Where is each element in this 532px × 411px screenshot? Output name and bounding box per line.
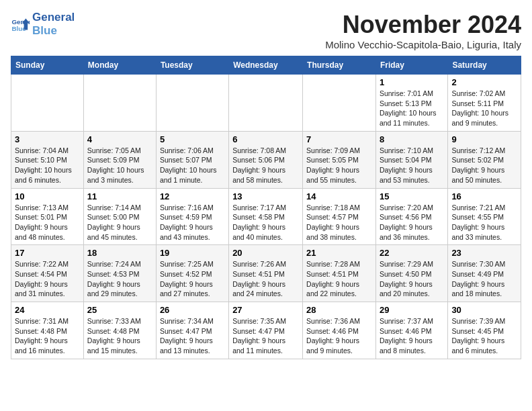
month-year-title: November 2024 [325,11,521,39]
day-number: 4 [87,134,152,144]
day-number: 1 [380,77,444,87]
calendar-cell: 18Sunrise: 7:24 AMSunset: 4:53 PMDayligh… [83,245,156,302]
generalblue-logo-icon: General Blue [11,15,30,34]
day-info: Sunrise: 7:12 AMSunset: 5:02 PMDaylight:… [451,146,517,185]
day-info: Sunrise: 7:16 AMSunset: 4:59 PMDaylight:… [160,203,225,242]
day-number: 7 [306,134,372,144]
calendar-cell: 17Sunrise: 7:22 AMSunset: 4:54 PMDayligh… [11,245,84,302]
day-number: 3 [15,134,80,144]
calendar-cell: 15Sunrise: 7:20 AMSunset: 4:56 PMDayligh… [375,188,447,245]
day-number: 5 [160,134,225,144]
day-info: Sunrise: 7:17 AMSunset: 4:58 PMDaylight:… [232,203,299,242]
day-number: 11 [87,191,152,201]
day-number: 24 [15,305,80,315]
weekday-header-row: Sunday Monday Tuesday Wednesday Thursday… [11,56,521,75]
header-tuesday: Tuesday [156,56,228,75]
logo-blue: Blue [32,24,57,37]
calendar-cell: 13Sunrise: 7:17 AMSunset: 4:58 PMDayligh… [229,188,303,245]
day-info: Sunrise: 7:30 AMSunset: 4:49 PMDaylight:… [451,259,517,299]
calendar-cell [229,75,303,132]
top-row: General Blue General Blue November 2024 … [11,11,521,52]
calendar-week-row: 10Sunrise: 7:13 AMSunset: 5:01 PMDayligh… [11,188,521,245]
calendar-cell: 20Sunrise: 7:26 AMSunset: 4:51 PMDayligh… [229,245,303,302]
day-info: Sunrise: 7:22 AMSunset: 4:54 PMDaylight:… [15,259,80,299]
calendar-week-row: 3Sunrise: 7:04 AMSunset: 5:10 PMDaylight… [11,131,521,188]
day-info: Sunrise: 7:18 AMSunset: 4:57 PMDaylight:… [306,203,372,242]
day-number: 10 [15,191,80,201]
calendar-cell: 24Sunrise: 7:31 AMSunset: 4:48 PMDayligh… [11,302,84,359]
calendar-cell: 2Sunrise: 7:02 AMSunset: 5:11 PMDaylight… [448,75,521,132]
day-number: 2 [451,77,517,87]
day-number: 25 [87,305,152,315]
day-number: 9 [451,134,517,144]
day-number: 22 [380,248,444,258]
calendar-cell: 21Sunrise: 7:28 AMSunset: 4:51 PMDayligh… [303,245,376,302]
day-info: Sunrise: 7:14 AMSunset: 5:00 PMDaylight:… [87,203,152,242]
calendar-table: Sunday Monday Tuesday Wednesday Thursday… [11,56,521,359]
calendar-cell [11,75,84,132]
calendar-cell: 8Sunrise: 7:10 AMSunset: 5:04 PMDaylight… [375,131,447,188]
calendar-cell: 22Sunrise: 7:29 AMSunset: 4:50 PMDayligh… [375,245,447,302]
day-number: 12 [160,191,225,201]
calendar-week-row: 17Sunrise: 7:22 AMSunset: 4:54 PMDayligh… [11,245,521,302]
day-info: Sunrise: 7:24 AMSunset: 4:53 PMDaylight:… [87,259,152,299]
calendar-cell: 28Sunrise: 7:36 AMSunset: 4:46 PMDayligh… [303,302,376,359]
day-info: Sunrise: 7:02 AMSunset: 5:11 PMDaylight:… [451,89,517,128]
day-number: 17 [15,248,80,258]
calendar-cell: 25Sunrise: 7:33 AMSunset: 4:48 PMDayligh… [83,302,156,359]
day-info: Sunrise: 7:05 AMSunset: 5:09 PMDaylight:… [87,146,152,185]
calendar-week-row: 1Sunrise: 7:01 AMSunset: 5:13 PMDaylight… [11,75,521,132]
day-number: 28 [306,305,372,315]
day-number: 19 [160,248,225,258]
calendar-cell: 29Sunrise: 7:37 AMSunset: 4:46 PMDayligh… [375,302,447,359]
day-info: Sunrise: 7:08 AMSunset: 5:06 PMDaylight:… [232,146,299,185]
calendar-week-row: 24Sunrise: 7:31 AMSunset: 4:48 PMDayligh… [11,302,521,359]
day-info: Sunrise: 7:28 AMSunset: 4:51 PMDaylight:… [306,259,372,299]
header-saturday: Saturday [448,56,521,75]
day-number: 26 [160,305,225,315]
day-info: Sunrise: 7:26 AMSunset: 4:51 PMDaylight:… [232,259,299,299]
calendar-cell: 30Sunrise: 7:39 AMSunset: 4:45 PMDayligh… [448,302,521,359]
day-info: Sunrise: 7:34 AMSunset: 4:47 PMDaylight:… [160,316,225,356]
day-number: 13 [232,191,299,201]
day-number: 14 [306,191,372,201]
day-number: 30 [451,305,517,315]
location-subtitle: Molino Vecchio-Scapitola-Baio, Liguria, … [325,39,521,50]
day-number: 15 [380,191,444,201]
logo-general: General [32,11,75,24]
day-info: Sunrise: 7:33 AMSunset: 4:48 PMDaylight:… [87,316,152,356]
day-info: Sunrise: 7:39 AMSunset: 4:45 PMDaylight:… [451,316,517,356]
calendar-cell [156,75,228,132]
calendar-cell: 4Sunrise: 7:05 AMSunset: 5:09 PMDaylight… [83,131,156,188]
calendar-cell [83,75,156,132]
calendar-cell: 5Sunrise: 7:06 AMSunset: 5:07 PMDaylight… [156,131,228,188]
calendar-cell: 23Sunrise: 7:30 AMSunset: 4:49 PMDayligh… [448,245,521,302]
header-monday: Monday [83,56,156,75]
header-sunday: Sunday [11,56,84,75]
day-info: Sunrise: 7:36 AMSunset: 4:46 PMDaylight:… [306,316,372,356]
calendar-cell: 27Sunrise: 7:35 AMSunset: 4:47 PMDayligh… [229,302,303,359]
day-number: 23 [451,248,517,258]
day-number: 21 [306,248,372,258]
header-wednesday: Wednesday [229,56,303,75]
calendar-cell: 9Sunrise: 7:12 AMSunset: 5:02 PMDaylight… [448,131,521,188]
calendar-cell: 16Sunrise: 7:21 AMSunset: 4:55 PMDayligh… [448,188,521,245]
day-info: Sunrise: 7:09 AMSunset: 5:05 PMDaylight:… [306,146,372,185]
day-info: Sunrise: 7:35 AMSunset: 4:47 PMDaylight:… [232,316,299,356]
header-thursday: Thursday [303,56,376,75]
day-info: Sunrise: 7:10 AMSunset: 5:04 PMDaylight:… [380,146,444,185]
day-info: Sunrise: 7:04 AMSunset: 5:10 PMDaylight:… [15,146,80,185]
day-info: Sunrise: 7:06 AMSunset: 5:07 PMDaylight:… [160,146,225,185]
day-number: 18 [87,248,152,258]
calendar-cell: 11Sunrise: 7:14 AMSunset: 5:00 PMDayligh… [83,188,156,245]
day-info: Sunrise: 7:25 AMSunset: 4:52 PMDaylight:… [160,259,225,299]
calendar-cell: 6Sunrise: 7:08 AMSunset: 5:06 PMDaylight… [229,131,303,188]
day-info: Sunrise: 7:13 AMSunset: 5:01 PMDaylight:… [15,203,80,242]
calendar-cell [303,75,376,132]
calendar-cell: 19Sunrise: 7:25 AMSunset: 4:52 PMDayligh… [156,245,228,302]
calendar-cell: 26Sunrise: 7:34 AMSunset: 4:47 PMDayligh… [156,302,228,359]
day-info: Sunrise: 7:01 AMSunset: 5:13 PMDaylight:… [380,89,444,128]
day-number: 16 [451,191,517,201]
calendar-cell: 7Sunrise: 7:09 AMSunset: 5:05 PMDaylight… [303,131,376,188]
day-number: 8 [380,134,444,144]
